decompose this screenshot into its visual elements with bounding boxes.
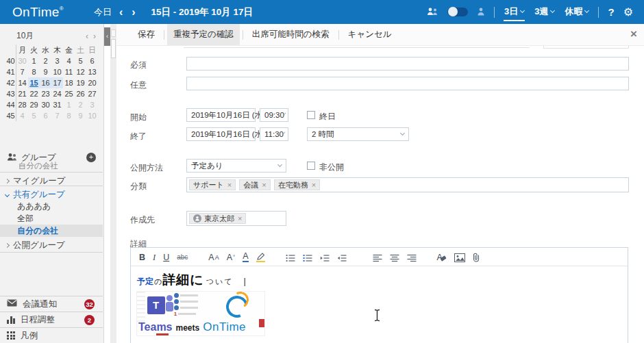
calendar-day[interactable]: 14	[16, 77, 28, 88]
calendar-day[interactable]: 23	[40, 88, 51, 99]
font-size-button[interactable]: A°	[227, 251, 236, 262]
remove-tag-icon[interactable]: ×	[262, 181, 266, 189]
view-vacation-button[interactable]: 休暇	[564, 3, 589, 21]
font-button[interactable]: AA	[208, 251, 219, 262]
calendar-day[interactable]: 25	[63, 88, 75, 99]
gear-icon[interactable]: ⚙	[623, 7, 633, 18]
scrollbar-thumb[interactable]	[111, 39, 116, 58]
calendar-day[interactable]: 26	[75, 88, 86, 99]
duration-select[interactable]: 2 時間	[307, 127, 409, 141]
calendar-day[interactable]: 31	[51, 99, 63, 110]
calendar-day[interactable]: 1	[63, 99, 75, 110]
view-toggle[interactable]	[447, 8, 468, 16]
underline-button[interactable]: U	[163, 251, 169, 262]
sidebar-item-group[interactable]: ああああ	[0, 200, 103, 212]
calendar-day[interactable]: 7	[16, 66, 28, 77]
cancel-button[interactable]: キャンセル	[342, 24, 398, 45]
remove-tag-icon[interactable]: ×	[312, 181, 316, 189]
calendar-day[interactable]: 2	[75, 99, 86, 110]
calendar-day[interactable]: 13	[86, 66, 98, 77]
required-attendees-input[interactable]	[186, 57, 629, 71]
calendar-day[interactable]: 22	[28, 88, 40, 99]
private-checkbox[interactable]	[307, 162, 315, 170]
next-arrow-button[interactable]: ›	[130, 8, 136, 17]
help-button[interactable]: ?	[608, 6, 614, 18]
details-editor[interactable]: B I U abc AA A° A A	[130, 247, 628, 343]
end-time-select[interactable]: 11:30	[260, 127, 288, 141]
person-view-icon[interactable]	[477, 7, 485, 18]
sidebar-item-public-groups[interactable]: 公開グループ	[0, 238, 103, 252]
start-time-select[interactable]: 09:30	[260, 108, 288, 122]
calendar-day[interactable]: 12	[75, 66, 86, 77]
calendar-day[interactable]: 10	[51, 66, 63, 77]
prev-arrow-button[interactable]: ‹	[118, 8, 124, 17]
calendar-day[interactable]: 11	[63, 66, 75, 77]
sidebar-item-group-selected[interactable]: 自分の会社	[0, 225, 103, 237]
calendar-day[interactable]: 5	[28, 110, 40, 121]
sidebar-item-schedule-adjust[interactable]: 日程調整 2	[0, 312, 103, 327]
calendar-day[interactable]: 16	[40, 77, 51, 88]
calendar-day[interactable]: 30	[40, 99, 51, 110]
search-free-time-button[interactable]: 出席可能時間の検索	[246, 24, 336, 45]
highlight-button[interactable]	[256, 252, 265, 262]
calendar-day[interactable]: 9	[40, 66, 51, 77]
align-center-button[interactable]	[390, 251, 399, 262]
owner-field[interactable]: 東京太郎 ×	[186, 211, 286, 226]
start-date-select[interactable]: 2019年10月16日 (水)	[186, 108, 256, 122]
view-3day-button[interactable]: 3日	[504, 3, 525, 21]
calendar-day[interactable]: 19	[75, 77, 86, 88]
indent-button[interactable]	[320, 251, 330, 262]
sidebar-collapse-handle[interactable]: ‹	[104, 27, 110, 46]
scrollbar-up-button[interactable]	[111, 29, 116, 37]
calendar-day[interactable]: 9	[75, 110, 86, 121]
calendar-prev-button[interactable]: ‹	[86, 31, 88, 41]
calendar-day[interactable]: 6	[86, 55, 98, 66]
check-duplicates-button[interactable]: 重複予定の確認	[167, 24, 240, 45]
calendar-day[interactable]: 28	[16, 99, 28, 110]
calendar-day[interactable]: 1	[28, 55, 40, 66]
calendar-day[interactable]: 8	[63, 110, 75, 121]
outdent-button[interactable]	[337, 251, 347, 262]
save-button[interactable]: 保存	[132, 24, 161, 45]
remove-tag-icon[interactable]: ×	[227, 181, 232, 189]
remove-tag-icon[interactable]: ×	[238, 214, 242, 223]
italic-button[interactable]: I	[153, 251, 156, 262]
strikethrough-button[interactable]: abc	[177, 251, 188, 262]
calendar-day[interactable]: 27	[86, 88, 98, 99]
bullet-list-button[interactable]	[286, 251, 295, 262]
sidebar-item-group[interactable]: 全部	[0, 212, 103, 225]
calendar-day[interactable]: 17	[51, 77, 63, 88]
align-right-button[interactable]	[407, 251, 417, 262]
bold-button[interactable]: B	[139, 251, 145, 262]
view-3week-button[interactable]: 3週	[534, 3, 555, 21]
optional-attendees-input[interactable]	[186, 77, 629, 90]
calendar-day[interactable]: 4	[63, 55, 75, 66]
editor-content[interactable]: 予定 の 詳細に ついて | T	[131, 266, 628, 340]
calendar-day[interactable]: 30	[16, 55, 28, 66]
calendar-day[interactable]: 4	[16, 110, 28, 121]
calendar-day[interactable]: 6	[40, 110, 51, 121]
calendar-day[interactable]: 29	[28, 99, 40, 110]
align-left-button[interactable]	[373, 251, 382, 262]
calendar-day[interactable]: 24	[51, 88, 63, 99]
calendar-day[interactable]: 10	[86, 110, 98, 121]
calendar-day[interactable]: 3	[86, 99, 98, 110]
calendar-day[interactable]: 21	[16, 88, 28, 99]
calendar-day[interactable]: 2	[40, 55, 51, 66]
numbered-list-button[interactable]	[303, 251, 312, 262]
all-day-checkbox[interactable]	[307, 111, 315, 119]
calendar-day[interactable]: 20	[86, 77, 98, 88]
attachment-icon[interactable]	[473, 251, 480, 262]
calendar-day[interactable]: 18	[63, 77, 75, 88]
sidebar-item-meeting-notice[interactable]: 会議通知 32	[0, 296, 103, 312]
insert-image-button[interactable]	[454, 251, 465, 262]
font-color-button[interactable]: A	[243, 252, 248, 262]
sidebar-item-legend[interactable]: 凡例	[0, 327, 103, 343]
visibility-select[interactable]: 予定あり	[186, 159, 286, 173]
calendar-day-selected[interactable]: 15	[28, 77, 40, 88]
close-icon[interactable]: ×	[630, 28, 637, 40]
today-button[interactable]: 今日	[94, 6, 112, 18]
end-date-select[interactable]: 2019年10月16日 (水)	[186, 127, 256, 141]
category-field[interactable]: サポート× 会議× 在宅勤務×	[186, 177, 629, 192]
calendar-day[interactable]: 8	[28, 66, 40, 77]
